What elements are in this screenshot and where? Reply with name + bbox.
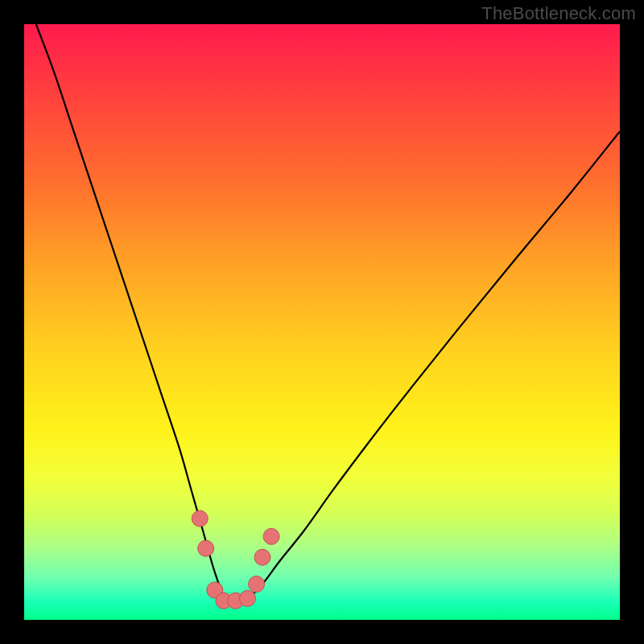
bottleneck-curve: [36, 24, 620, 605]
highlight-marker: [198, 540, 214, 556]
highlight-marker: [263, 528, 279, 544]
highlight-marker: [240, 590, 256, 606]
watermark-label: TheBottleneck.com: [481, 3, 636, 24]
highlight-marker: [249, 576, 265, 592]
chart-plot-area: [24, 24, 620, 620]
marker-group: [192, 510, 279, 609]
chart-frame: TheBottleneck.com: [0, 0, 644, 644]
highlight-marker: [254, 549, 270, 565]
highlight-marker: [192, 510, 208, 526]
chart-svg: [24, 24, 620, 620]
